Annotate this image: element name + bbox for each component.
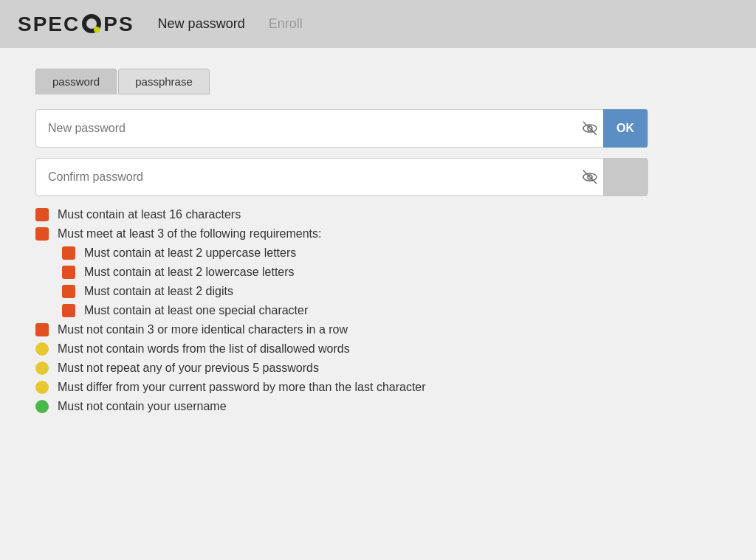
req-icon-username xyxy=(35,400,49,413)
req-icon-lowercase xyxy=(62,266,75,279)
req-text-username: Must not contain your username xyxy=(58,400,227,413)
req-icon-identical xyxy=(35,323,49,336)
req-text-special: Must contain at least one special charac… xyxy=(84,304,308,317)
confirm-password-toggle-icon[interactable] xyxy=(577,164,603,190)
req-text-uppercase: Must contain at least 2 uppercase letter… xyxy=(84,246,296,260)
req-item-differ: Must differ from your current password b… xyxy=(35,381,648,394)
req-icon-differ xyxy=(35,381,49,394)
confirm-password-input[interactable] xyxy=(36,159,577,196)
req-text-lowercase: Must contain at least 2 lowercase letter… xyxy=(84,266,295,279)
req-text-digits: Must contain at least 2 digits xyxy=(84,285,233,298)
new-password-toggle-icon[interactable] xyxy=(577,115,603,142)
req-item-username: Must not contain your username xyxy=(35,400,648,413)
tab-password[interactable]: password xyxy=(35,69,117,94)
nav-enroll-label[interactable]: Enroll xyxy=(269,16,303,32)
logo-text-2: PS xyxy=(103,13,134,36)
confirm-ok-button xyxy=(603,158,647,196)
req-item-digits: Must contain at least 2 digits xyxy=(35,285,648,298)
req-item-lowercase: Must contain at least 2 lowercase letter… xyxy=(35,266,648,279)
req-icon-digits xyxy=(62,285,75,298)
req-text-length: Must contain at least 16 characters xyxy=(58,208,241,221)
req-text-disallowed: Must not contain words from the list of … xyxy=(58,342,350,356)
req-icon-disallowed xyxy=(35,342,49,356)
main-content: password passphrase OK Must contain at l… xyxy=(0,48,756,560)
req-icon-uppercase xyxy=(62,246,75,260)
svg-line-8 xyxy=(583,170,597,184)
new-password-input[interactable] xyxy=(36,110,577,147)
nav-active-label: New password xyxy=(158,16,245,32)
req-text-differ: Must differ from your current password b… xyxy=(58,381,426,394)
req-text-meet3: Must meet at least 3 of the following re… xyxy=(58,227,322,241)
req-item-uppercase: Must contain at least 2 uppercase letter… xyxy=(35,246,648,260)
req-text-previous: Must not repeat any of your previous 5 p… xyxy=(58,362,319,375)
new-password-row: OK xyxy=(35,109,648,148)
tab-passphrase[interactable]: passphrase xyxy=(118,69,210,94)
req-item-meet3: Must meet at least 3 of the following re… xyxy=(35,227,648,241)
req-item-previous: Must not repeat any of your previous 5 p… xyxy=(35,362,648,375)
req-text-identical: Must not contain 3 or more identical cha… xyxy=(58,323,348,336)
logo: SPEC PS xyxy=(18,13,134,36)
req-icon-special xyxy=(62,304,75,317)
req-icon-length xyxy=(35,208,49,221)
logo-text: SPEC xyxy=(18,13,80,36)
req-icon-previous xyxy=(35,362,49,375)
req-icon-meet3 xyxy=(35,227,49,241)
app-header: SPEC PS New password Enroll xyxy=(0,0,756,48)
ok-button[interactable]: OK xyxy=(603,109,647,148)
logo-o-icon xyxy=(80,13,103,35)
confirm-password-row xyxy=(35,158,648,196)
requirements-list: Must contain at least 16 charactersMust … xyxy=(35,208,648,413)
req-item-identical: Must not contain 3 or more identical cha… xyxy=(35,323,648,336)
req-item-disallowed: Must not contain words from the list of … xyxy=(35,342,648,356)
logo-o-container xyxy=(80,13,103,35)
req-item-special: Must contain at least one special charac… xyxy=(35,304,648,317)
svg-point-2 xyxy=(94,27,100,32)
svg-line-5 xyxy=(583,122,597,135)
req-item-length: Must contain at least 16 characters xyxy=(35,208,648,221)
tab-bar: password passphrase xyxy=(35,69,721,94)
